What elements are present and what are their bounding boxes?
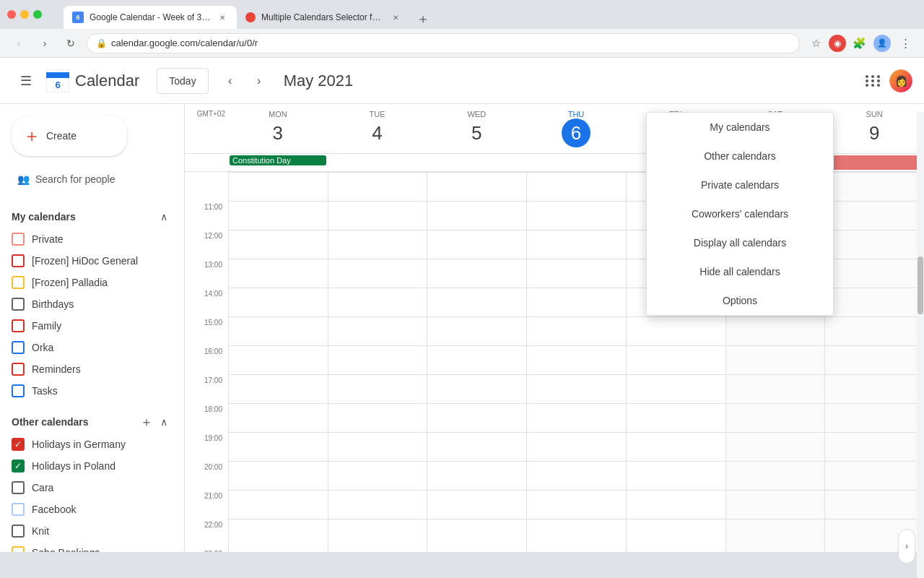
event-constitution-day[interactable]: Constitution Day <box>230 155 326 165</box>
grid-cell[interactable] <box>825 259 924 288</box>
tab-close-1[interactable]: ✕ <box>217 12 228 23</box>
grid-cell[interactable] <box>427 201 526 230</box>
close-button[interactable] <box>7 10 16 19</box>
grid-cell[interactable] <box>726 519 825 548</box>
grid-cell[interactable] <box>726 461 825 490</box>
grid-cell[interactable] <box>427 519 526 548</box>
calendar-item-reminders[interactable]: Reminders <box>0 358 184 380</box>
calendar-checkbox-soho[interactable] <box>12 546 25 552</box>
grid-cell[interactable] <box>825 230 924 259</box>
calendar-item-orka[interactable]: Orka <box>0 337 184 358</box>
grid-cell[interactable] <box>229 490 328 519</box>
calendar-checkbox-orka[interactable] <box>12 341 25 354</box>
grid-cell[interactable] <box>527 259 626 288</box>
tab-multiple-calendars[interactable]: Multiple Calendars Selector fo... ✕ <box>237 6 410 29</box>
popup-item-hide-all[interactable]: Hide all calendars <box>647 257 833 286</box>
grid-cell[interactable] <box>527 403 626 432</box>
grid-cell[interactable] <box>527 519 626 548</box>
calendar-checkbox-hidoc[interactable] <box>12 254 25 267</box>
other-calendars-title[interactable]: Other calendars <box>12 416 138 428</box>
fullscreen-button[interactable] <box>33 10 42 19</box>
calendar-item-birthdays[interactable]: Birthdays <box>0 293 184 315</box>
grid-cell[interactable] <box>328 288 427 316</box>
grid-cell[interactable] <box>726 490 825 519</box>
grid-cell[interactable] <box>627 345 725 374</box>
prev-week-button[interactable]: ‹ <box>217 68 243 94</box>
grid-cell[interactable] <box>627 316 725 345</box>
grid-cell[interactable] <box>229 432 328 461</box>
grid-col-mon[interactable] <box>228 172 328 552</box>
calendar-item-private[interactable]: Private <box>0 228 184 250</box>
chrome-menu-icon[interactable]: ⋮ <box>895 33 915 53</box>
grid-cell[interactable] <box>627 519 725 548</box>
grid-cell[interactable] <box>527 432 626 461</box>
calendar-checkbox-holidays-germany[interactable]: ✓ <box>12 438 25 451</box>
grid-cell[interactable] <box>627 374 725 403</box>
user-avatar[interactable]: 👩 <box>889 69 912 92</box>
grid-cell[interactable] <box>726 316 825 345</box>
grid-cell[interactable] <box>627 403 725 432</box>
grid-cell[interactable] <box>328 461 427 490</box>
grid-cell[interactable] <box>527 230 626 259</box>
popup-item-coworkers-calendars[interactable]: Coworkers' calendars <box>647 199 833 228</box>
search-people-button[interactable]: 👥 Search for people <box>6 168 178 191</box>
grid-col-tue[interactable] <box>328 172 427 552</box>
grid-cell[interactable] <box>328 490 427 519</box>
my-calendars-title[interactable]: My calendars <box>12 211 155 223</box>
grid-cell[interactable] <box>825 432 924 461</box>
grid-cell[interactable] <box>825 374 924 403</box>
calendar-item-knit[interactable]: Knit <box>0 520 184 542</box>
grid-cell[interactable] <box>627 490 725 519</box>
grid-cell[interactable] <box>825 345 924 374</box>
back-button[interactable]: ‹ <box>9 33 29 53</box>
grid-cell[interactable] <box>229 519 328 548</box>
calendar-item-palladia[interactable]: [Frozen] Palladia <box>0 272 184 293</box>
calendar-item-soho[interactable]: Soho Bookings <box>0 542 184 552</box>
grid-cell[interactable] <box>229 316 328 345</box>
calendar-checkbox-facebook[interactable] <box>12 503 25 516</box>
grid-cell[interactable] <box>527 201 626 230</box>
grid-col-wed[interactable] <box>427 172 526 552</box>
reload-button[interactable]: ↻ <box>61 33 81 53</box>
grid-cell[interactable] <box>427 490 526 519</box>
grid-cell[interactable] <box>627 461 725 490</box>
grid-cell[interactable] <box>328 403 427 432</box>
create-button[interactable]: ＋ Create <box>12 116 127 156</box>
grid-cell[interactable] <box>229 345 328 374</box>
calendar-item-holidays-poland[interactable]: ✓ Holidays in Poland <box>0 455 184 477</box>
grid-cell[interactable] <box>328 316 427 345</box>
apps-grid-icon[interactable] <box>863 71 884 91</box>
grid-cell[interactable] <box>527 316 626 345</box>
extensions-icon[interactable]: 🧩 <box>849 33 869 53</box>
grid-cell[interactable] <box>825 403 924 432</box>
grid-cell[interactable] <box>328 230 427 259</box>
next-week-button[interactable]: › <box>246 68 272 94</box>
collapse-sidebar-button[interactable]: › <box>898 529 915 564</box>
grid-cell[interactable] <box>427 316 526 345</box>
grid-cell[interactable] <box>527 461 626 490</box>
hamburger-menu[interactable]: ☰ <box>12 66 40 95</box>
calendar-checkbox-cara[interactable] <box>12 481 25 494</box>
popup-item-display-all[interactable]: Display all calendars <box>647 228 833 257</box>
grid-cell[interactable] <box>527 345 626 374</box>
grid-cell[interactable] <box>427 432 526 461</box>
scrollbar-thumb[interactable] <box>918 256 923 314</box>
grid-cell[interactable] <box>726 374 825 403</box>
tab-google-calendar[interactable]: 6 Google Calendar - Week of 3 M ✕ <box>64 6 237 29</box>
grid-cell[interactable] <box>328 201 427 230</box>
grid-cell[interactable] <box>229 403 328 432</box>
grid-cell[interactable] <box>328 432 427 461</box>
calendar-checkbox-tasks[interactable] <box>12 384 25 397</box>
grid-cell[interactable] <box>427 403 526 432</box>
grid-cell[interactable] <box>229 259 328 288</box>
calendar-item-facebook[interactable]: Facebook <box>0 499 184 520</box>
grid-cell[interactable] <box>328 259 427 288</box>
calendar-checkbox-birthdays[interactable] <box>12 298 25 311</box>
grid-cell[interactable] <box>229 201 328 230</box>
calendar-checkbox-family[interactable] <box>12 319 25 332</box>
popup-item-my-calendars[interactable]: My calendars <box>647 113 833 142</box>
grid-cell[interactable] <box>328 345 427 374</box>
calendar-item-hidoc[interactable]: [Frozen] HiDoc General <box>0 250 184 272</box>
grid-cell[interactable] <box>627 432 725 461</box>
tab-close-2[interactable]: ✕ <box>390 12 401 23</box>
